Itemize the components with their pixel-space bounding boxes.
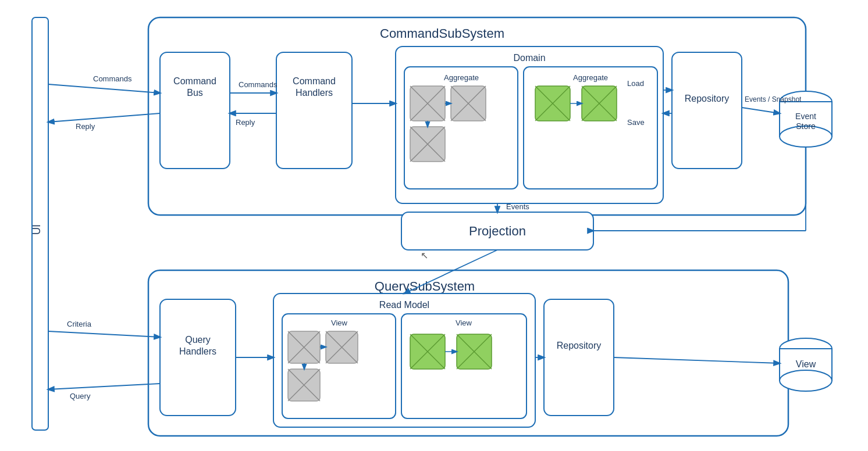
svg-text:Domain: Domain bbox=[513, 53, 545, 63]
svg-text:QuerySubSystem: QuerySubSystem bbox=[375, 279, 475, 293]
svg-text:Command: Command bbox=[173, 76, 216, 86]
svg-text:Reply: Reply bbox=[76, 122, 95, 131]
svg-text:Commands: Commands bbox=[239, 80, 278, 89]
svg-text:Aggregate: Aggregate bbox=[444, 73, 479, 82]
svg-text:Events: Events bbox=[506, 202, 529, 211]
svg-text:Handlers: Handlers bbox=[179, 346, 216, 356]
svg-text:View: View bbox=[456, 318, 472, 327]
svg-text:Criteria: Criteria bbox=[67, 320, 92, 328]
svg-text:View: View bbox=[331, 318, 348, 327]
svg-text:Save: Save bbox=[627, 118, 645, 127]
svg-text:View: View bbox=[796, 359, 816, 369]
svg-text:Projection: Projection bbox=[469, 224, 526, 238]
svg-text:CommandSubSystem: CommandSubSystem bbox=[380, 26, 504, 41]
svg-text:Event: Event bbox=[795, 112, 816, 121]
svg-rect-46 bbox=[160, 299, 236, 416]
svg-text:↖: ↖ bbox=[421, 250, 428, 260]
svg-rect-8 bbox=[276, 52, 352, 169]
svg-text:Reply: Reply bbox=[236, 118, 255, 127]
svg-text:Command: Command bbox=[293, 76, 336, 86]
svg-text:UI: UI bbox=[31, 224, 42, 235]
svg-text:Store: Store bbox=[796, 121, 816, 131]
svg-text:Handlers: Handlers bbox=[296, 88, 333, 98]
svg-rect-35 bbox=[672, 52, 742, 169]
svg-rect-5 bbox=[160, 52, 230, 169]
svg-rect-73 bbox=[544, 299, 614, 416]
svg-rect-1 bbox=[32, 17, 48, 430]
svg-text:Query: Query bbox=[185, 335, 211, 345]
svg-text:Bus: Bus bbox=[187, 88, 203, 98]
svg-text:Aggregate: Aggregate bbox=[573, 73, 608, 82]
diagram-container: UI CommandSubSystem Command Bus Command … bbox=[0, 0, 868, 451]
svg-text:Repository: Repository bbox=[685, 94, 729, 103]
svg-rect-51 bbox=[282, 314, 396, 418]
svg-point-77 bbox=[780, 370, 832, 391]
svg-text:Load: Load bbox=[627, 79, 644, 88]
svg-text:Repository: Repository bbox=[557, 341, 601, 350]
svg-text:Read Model: Read Model bbox=[379, 300, 429, 310]
svg-text:Events / Snapshot: Events / Snapshot bbox=[745, 95, 802, 103]
svg-text:Commands: Commands bbox=[93, 74, 132, 83]
svg-text:Query: Query bbox=[70, 392, 91, 400]
